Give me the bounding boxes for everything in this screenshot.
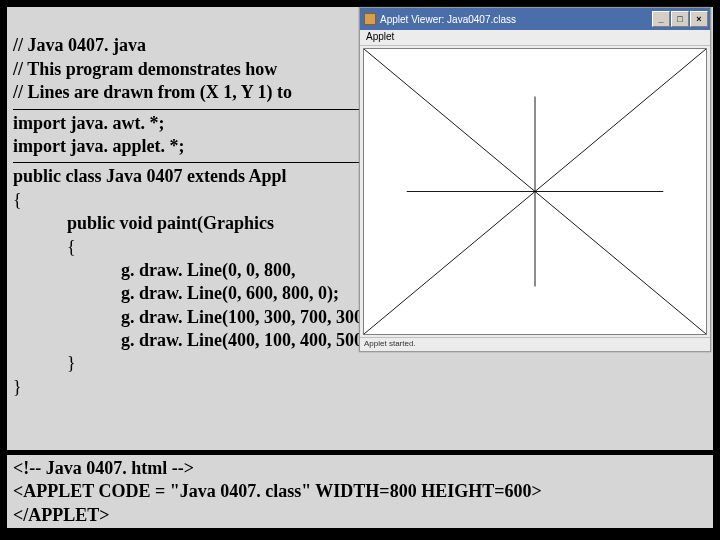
html-comment: <!-- Java 0407. html --> bbox=[13, 458, 194, 478]
code-comment-1: // Java 0407. java bbox=[13, 35, 146, 55]
applet-statusbar: Applet started. bbox=[360, 337, 710, 351]
line-drawing-svg bbox=[364, 49, 706, 334]
status-text: Applet started. bbox=[364, 339, 416, 348]
slide-frame: // Java 0407. java // This program demon… bbox=[0, 0, 720, 540]
applet-tag-open: <APPLET CODE = "Java 0407. class" WIDTH=… bbox=[13, 481, 542, 501]
code-drawline-2: g. draw. Line(0, 600, 800, 0); bbox=[13, 283, 339, 303]
minimize-button[interactable]: _ bbox=[652, 11, 670, 27]
window-title: Applet Viewer: Java0407.class bbox=[380, 14, 516, 25]
window-titlebar[interactable]: Applet Viewer: Java0407.class _ □ × bbox=[360, 8, 710, 30]
applet-menubar[interactable]: Applet bbox=[360, 30, 710, 46]
code-method-brace-close: } bbox=[13, 353, 76, 373]
code-class-brace-close: } bbox=[13, 377, 22, 397]
code-import-1: import java. awt. *; bbox=[13, 113, 164, 133]
code-drawline-3: g. draw. Line(100, 300, 700, 300); bbox=[13, 307, 375, 327]
window-button-group: _ □ × bbox=[652, 11, 708, 27]
code-method-decl: public void paint(Graphics bbox=[13, 213, 274, 233]
applet-canvas bbox=[363, 48, 707, 335]
code-panel: // Java 0407. java // This program demon… bbox=[6, 6, 714, 451]
code-import-2: import java. applet. *; bbox=[13, 136, 184, 156]
code-comment-2: // This program demonstrates how bbox=[13, 59, 277, 79]
code-brace-open: { bbox=[13, 190, 22, 210]
applet-menu-item[interactable]: Applet bbox=[366, 31, 394, 42]
titlebar-left: Applet Viewer: Java0407.class bbox=[364, 13, 516, 25]
code-method-brace-open: { bbox=[13, 237, 76, 257]
code-drawline-4: g. draw. Line(400, 100, 400, 500); bbox=[13, 330, 375, 350]
code-class-decl: public class Java 0407 extends Appl bbox=[13, 166, 287, 186]
applet-viewer-window: Applet Viewer: Java0407.class _ □ × Appl… bbox=[359, 7, 711, 352]
code-comment-3: // Lines are drawn from (X 1, Y 1) to bbox=[13, 82, 292, 102]
applet-tag-close: </APPLET> bbox=[13, 505, 110, 525]
html-code-panel: <!-- Java 0407. html --> <APPLET CODE = … bbox=[6, 451, 714, 529]
code-drawline-1: g. draw. Line(0, 0, 800, bbox=[13, 260, 296, 280]
close-button[interactable]: × bbox=[690, 11, 708, 27]
maximize-button[interactable]: □ bbox=[671, 11, 689, 27]
java-icon bbox=[364, 13, 376, 25]
